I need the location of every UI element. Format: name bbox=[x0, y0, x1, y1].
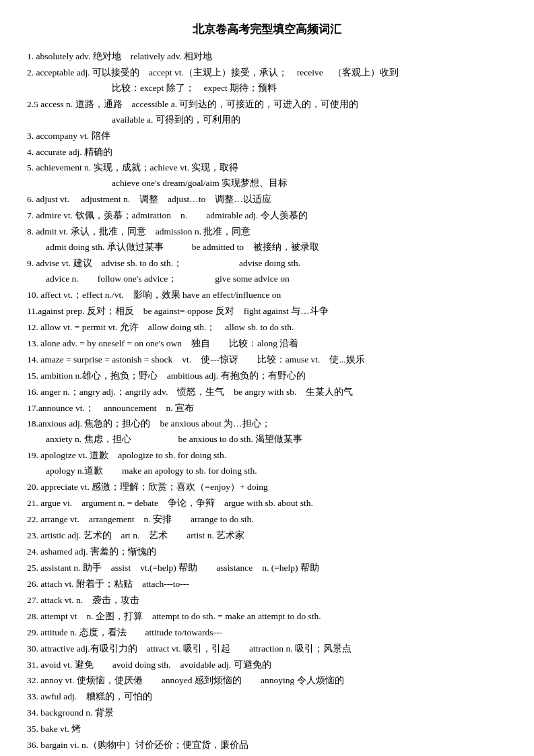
entry-line: 33. awful adj. 糟糕的，可怕的 bbox=[27, 689, 507, 705]
entry-2.5: 2.5 access n. 道路，通路 accessible a. 可到达的，可… bbox=[27, 97, 507, 128]
entry-line: 35. bake vt. 烤 bbox=[27, 722, 507, 737]
entry-16: 16. anger n.；angry adj.；angrily adv. 愤怒，… bbox=[27, 385, 507, 400]
entry-line: 19. apologize vi. 道歉 apologize to sb. fo… bbox=[27, 448, 507, 464]
entry-5: 5. achievement n. 实现，成就；achieve vt. 实现，取… bbox=[27, 160, 507, 191]
entry-34: 34. background n. 背景 bbox=[27, 705, 507, 721]
entry-10: 10. affect vt.；effect n./vt. 影响，效果 have … bbox=[27, 288, 507, 303]
page-title: 北京卷高考完型填空高频词汇 bbox=[27, 20, 507, 40]
entry-line: 1. absolutely adv. 绝对地 relatively adv. 相… bbox=[27, 49, 507, 65]
entry-12: 12. allow vt. = permit vt. 允许 allow doin… bbox=[27, 320, 507, 336]
entry-line: 2.5 access n. 道路，通路 accessible a. 可到达的，可… bbox=[27, 97, 507, 113]
entry-line: 7. admire vt. 钦佩，羡慕；admiration n. admira… bbox=[27, 208, 507, 224]
entry-line: 17.announce vt.； announcement n. 宣布 bbox=[27, 401, 507, 416]
entry-line: 4. accurate adj. 精确的 bbox=[27, 145, 507, 160]
entry-21: 21. argue vi. argument n. = debate 争论，争辩… bbox=[27, 496, 507, 511]
entry-15: 15. ambition n.雄心，抱负；野心 ambitious adj. 有… bbox=[27, 369, 507, 384]
entry-line: anxiety n. 焦虑，担心 be anxious to do sth. 渴… bbox=[27, 432, 507, 447]
entry-20: 20. appreciate vt. 感激；理解；欣赏；喜欢（=enjoy）+ … bbox=[27, 480, 507, 495]
entry-14: 14. amaze = surprise = astonish = shock … bbox=[27, 352, 507, 368]
entry-line: 20. appreciate vt. 感激；理解；欣赏；喜欢（=enjoy）+ … bbox=[27, 480, 507, 495]
entry-line: 比较：except 除了； expect 期待；预料 bbox=[27, 81, 507, 96]
entry-line: achieve one's dream/goal/aim 实现梦想、目标 bbox=[27, 176, 507, 191]
entry-line: 8. admit vt. 承认，批准，同意 admission n. 批准，同意 bbox=[27, 224, 507, 240]
entry-35: 35. bake vt. 烤 bbox=[27, 722, 507, 737]
entry-13: 13. alone adv. = by oneself = on one's o… bbox=[27, 336, 507, 352]
entry-29: 29. attitude n. 态度，看法 attitude to/toward… bbox=[27, 625, 507, 641]
entry-line: 10. affect vt.；effect n./vt. 影响，效果 have … bbox=[27, 288, 507, 303]
entry-line: 36. bargain vi. n.（购物中）讨价还价；便宜货，廉价品 bbox=[27, 738, 507, 753]
entry-8: 8. admit vt. 承认，批准，同意 admission n. 批准，同意… bbox=[27, 224, 507, 255]
entry-line: available a. 可得到的，可利用的 bbox=[27, 113, 507, 128]
entry-line: admit doing sth. 承认做过某事 be admitted to 被… bbox=[27, 240, 507, 255]
entry-26: 26. attach vt. 附着于；粘贴 attach---to--- bbox=[27, 577, 507, 592]
entry-line: 28. attempt vt n. 企图，打算 attempt to do st… bbox=[27, 609, 507, 625]
entry-23: 23. artistic adj. 艺术的 art n. 艺术 artist n… bbox=[27, 528, 507, 544]
entry-line: 24. ashamed adj. 害羞的；惭愧的 bbox=[27, 544, 507, 560]
entry-11: 11.against prep. 反对；相反 be against= oppos… bbox=[27, 304, 507, 319]
entry-line: 11.against prep. 反对；相反 be against= oppos… bbox=[27, 304, 507, 319]
entry-17: 17.announce vt.； announcement n. 宣布 bbox=[27, 401, 507, 416]
entry-2: 2. acceptable adj. 可以接受的 accept vt.（主观上）… bbox=[27, 65, 507, 96]
entry-19: 19. apologize vi. 道歉 apologize to sb. fo… bbox=[27, 448, 507, 479]
entry-28: 28. attempt vt n. 企图，打算 attempt to do st… bbox=[27, 609, 507, 625]
entry-line: 25. assistant n. 助手 assist vt.(=help) 帮助… bbox=[27, 561, 507, 576]
entry-line: 13. alone adv. = by oneself = on one's o… bbox=[27, 336, 507, 352]
entry-32: 32. annoy vt. 使烦恼，使厌倦 annoyed 感到烦恼的 anno… bbox=[27, 673, 507, 689]
entry-line: 21. argue vi. argument n. = debate 争论，争辩… bbox=[27, 496, 507, 511]
entry-22: 22. arrange vt. arrangement n. 安排 arrang… bbox=[27, 512, 507, 528]
entry-4: 4. accurate adj. 精确的 bbox=[27, 145, 507, 160]
entry-3: 3. accompany vt. 陪伴 bbox=[27, 129, 507, 144]
entry-7: 7. admire vt. 钦佩，羡慕；admiration n. admira… bbox=[27, 208, 507, 224]
entry-line: 26. attach vt. 附着于；粘贴 attach---to--- bbox=[27, 577, 507, 592]
entry-30: 30. attractive adj.有吸引力的 attract vt. 吸引，… bbox=[27, 641, 507, 657]
entry-line: 34. background n. 背景 bbox=[27, 705, 507, 721]
entry-6: 6. adjust vt. adjustment n. 调整 adjust…to… bbox=[27, 192, 507, 208]
entries-container: 1. absolutely adv. 绝对地 relatively adv. 相… bbox=[27, 49, 507, 756]
entry-31: 31. avoid vt. 避免 avoid doing sth. avoida… bbox=[27, 658, 507, 673]
entry-line: 5. achievement n. 实现，成就；achieve vt. 实现，取… bbox=[27, 160, 507, 176]
entry-line: 9. advise vt. 建议 advise sb. to do sth.； … bbox=[27, 256, 507, 272]
entry-line: 14. amaze = surprise = astonish = shock … bbox=[27, 352, 507, 368]
entry-27: 27. attack vt. n. 袭击，攻击 bbox=[27, 593, 507, 608]
entry-line: advice n. follow one's advice； give some… bbox=[27, 272, 507, 287]
entry-line: 29. attitude n. 态度，看法 attitude to/toward… bbox=[27, 625, 507, 641]
entry-line: 32. annoy vt. 使烦恼，使厌倦 annoyed 感到烦恼的 anno… bbox=[27, 673, 507, 689]
entry-line: 6. adjust vt. adjustment n. 调整 adjust…to… bbox=[27, 192, 507, 208]
entry-line: 22. arrange vt. arrangement n. 安排 arrang… bbox=[27, 512, 507, 528]
entry-line: 16. anger n.；angry adj.；angrily adv. 愤怒，… bbox=[27, 385, 507, 400]
entry-line: 2. acceptable adj. 可以接受的 accept vt.（主观上）… bbox=[27, 65, 507, 81]
entry-line: 12. allow vt. = permit vt. 允许 allow doin… bbox=[27, 320, 507, 336]
entry-line: 3. accompany vt. 陪伴 bbox=[27, 129, 507, 144]
entry-1: 1. absolutely adv. 绝对地 relatively adv. 相… bbox=[27, 49, 507, 65]
entry-line: 30. attractive adj.有吸引力的 attract vt. 吸引，… bbox=[27, 641, 507, 657]
entry-line: 23. artistic adj. 艺术的 art n. 艺术 artist n… bbox=[27, 528, 507, 544]
entry-line: 15. ambition n.雄心，抱负；野心 ambitious adj. 有… bbox=[27, 369, 507, 384]
entry-33: 33. awful adj. 糟糕的，可怕的 bbox=[27, 689, 507, 705]
entry-24: 24. ashamed adj. 害羞的；惭愧的 bbox=[27, 544, 507, 560]
entry-18: 18.anxious adj. 焦急的；担心的 be anxious about… bbox=[27, 416, 507, 447]
entry-36: 36. bargain vi. n.（购物中）讨价还价；便宜货，廉价品 bbox=[27, 738, 507, 753]
entry-9: 9. advise vt. 建议 advise sb. to do sth.； … bbox=[27, 256, 507, 287]
entry-25: 25. assistant n. 助手 assist vt.(=help) 帮助… bbox=[27, 561, 507, 576]
entry-line: apology n.道歉 make an apology to sb. for … bbox=[27, 464, 507, 479]
entry-line: 27. attack vt. n. 袭击，攻击 bbox=[27, 593, 507, 608]
entry-line: 31. avoid vt. 避免 avoid doing sth. avoida… bbox=[27, 658, 507, 673]
entry-line: 18.anxious adj. 焦急的；担心的 be anxious about… bbox=[27, 416, 507, 432]
